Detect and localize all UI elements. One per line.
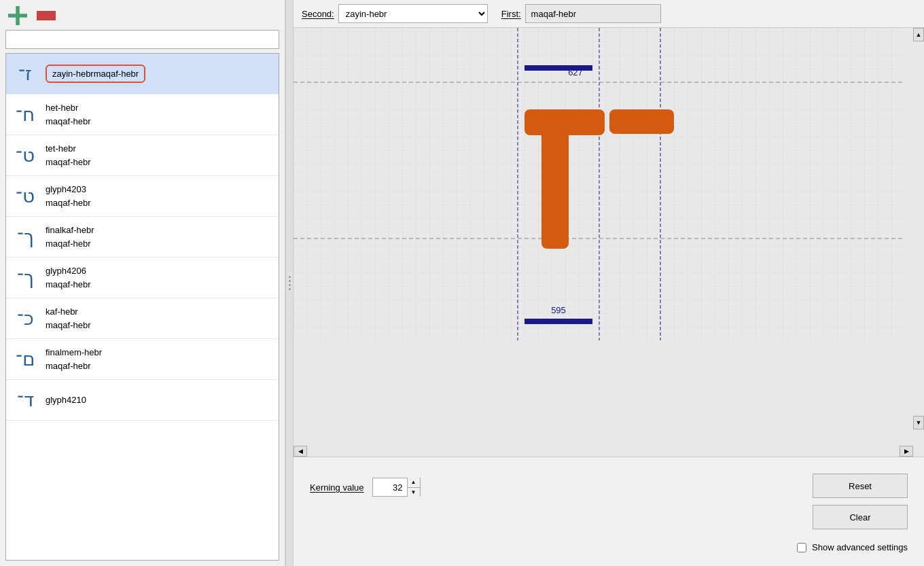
pair-name-1: finalmem-hebr [46,346,102,359]
svg-rect-9 [525,65,592,71]
first-field: First: [501,4,661,23]
glyph-preview: ד־ [12,389,39,411]
list-item[interactable]: ט־glyph4203maqaf-hebr [6,176,279,217]
glyph-preview: ח־ [12,103,39,126]
second-label: Second: [302,9,334,19]
pair-name-1: het-hebr [46,101,90,115]
kerning-label: Kerning value [310,482,364,493]
spin-down-button[interactable]: ▼ [408,487,420,497]
glyph-preview: כ־ [12,307,39,330]
list-item[interactable]: ט־tet-hebrmaqaf-hebr [6,135,279,176]
show-advanced-label: Show advanced settings [812,542,908,552]
show-advanced-checkbox[interactable] [797,543,806,552]
pair-name-2: maqaf-hebr [46,115,90,128]
toolbar [5,5,279,26]
pair-name-2: maqaf-hebr [94,69,139,79]
first-input[interactable] [525,4,661,23]
right-panel: Second: zayin-hebr First: [294,0,924,566]
action-buttons: Reset Clear [813,474,908,529]
scroll-down-button[interactable]: ▼ [913,416,924,429]
list-item[interactable]: ח־het-hebrmaqaf-hebr [6,94,279,135]
pair-names: finalmem-hebrmaqaf-hebr [46,346,102,372]
minus-icon [37,11,56,20]
svg-text:595: 595 [551,305,566,315]
kerning-section: Kerning value ▲ ▼ [310,478,421,497]
first-label: First: [501,9,521,19]
resize-dots [289,276,291,290]
pair-name-2: maqaf-hebr [46,278,90,291]
add-button[interactable] [5,5,30,26]
show-advanced-section: Show advanced settings [797,542,908,552]
pair-names: glyph4206maqaf-hebr [46,264,90,291]
list-item[interactable]: ך־finalkaf-hebrmaqaf-hebr [6,217,279,258]
pair-name-1: zayin-hebr [52,69,94,79]
glyph-preview: ז־ [12,63,39,85]
pair-name-2: maqaf-hebr [46,319,90,332]
pair-name-1: glyph4203 [46,183,90,196]
spin-up-button[interactable]: ▲ [408,478,420,487]
scroll-right-button[interactable]: ▶ [900,446,913,457]
svg-rect-2 [294,28,905,340]
scroll-left-button[interactable]: ◀ [294,446,307,457]
spin-buttons: ▲ ▼ [407,478,420,497]
second-label-text: Second: [302,9,334,19]
svg-rect-11 [525,319,592,324]
pair-names: glyph4203maqaf-hebr [46,183,90,209]
pair-names: tet-hebrmaqaf-hebr [46,142,90,169]
plus-icon [8,6,27,25]
pair-names: zayin-hebrmaqaf-hebr [46,65,145,84]
glyph-preview: ט־ [12,185,39,207]
left-panel: ז־zayin-hebrmaqaf-hebrח־het-hebrmaqaf-he… [0,0,285,566]
clear-button[interactable]: Clear [813,505,908,529]
glyph-canvas: 627 595 [294,28,905,340]
pair-list-container: ז־zayin-hebrmaqaf-hebrח־het-hebrmaqaf-he… [5,53,279,561]
remove-button[interactable] [34,5,58,26]
pair-name-2: maqaf-hebr [46,237,94,251]
svg-rect-12 [541,116,569,249]
pair-name-1: finalkaf-hebr [46,224,94,237]
pair-name-2: maqaf-hebr [46,359,102,373]
pair-names: finalkaf-hebrmaqaf-hebr [46,224,94,250]
glyph-preview: ם־ [12,348,39,370]
pair-names: glyph4210 [46,393,86,407]
header-row: Second: zayin-hebr First: [294,0,924,28]
pair-name-2: maqaf-hebr [46,156,90,169]
list-item[interactable]: ם־finalmem-hebrmaqaf-hebr [6,339,279,380]
svg-rect-14 [609,109,674,134]
list-item[interactable]: ז־zayin-hebrmaqaf-hebr [6,54,279,94]
glyph-preview: ט־ [12,144,39,166]
glyph-preview: ך־ [12,226,39,248]
canvas-scroll[interactable]: 627 595 [294,28,924,457]
list-item[interactable]: ד־glyph4210 [6,380,279,421]
pair-list: ז־zayin-hebrmaqaf-hebrח־het-hebrmaqaf-he… [6,54,279,560]
pair-name-1: kaf-hebr [46,305,90,319]
list-item[interactable]: כ־kaf-hebrmaqaf-hebr [6,298,279,339]
bottom-right: Reset Clear Show advanced settings [448,471,908,552]
pair-names: kaf-hebrmaqaf-hebr [46,305,90,332]
pair-name-1: tet-hebr [46,142,90,156]
pair-name-1: glyph4210 [46,393,86,407]
second-select[interactable]: zayin-hebr [338,4,488,23]
kerning-value-input[interactable] [373,478,407,496]
kerning-label-text: Kerning value [310,482,364,493]
pair-name-1: glyph4206 [46,264,90,278]
resize-handle[interactable] [285,0,294,566]
svg-rect-13 [525,109,605,135]
list-item[interactable]: ך־glyph4206maqaf-hebr [6,258,279,298]
selected-outline: zayin-hebrmaqaf-hebr [46,65,145,84]
search-input[interactable] [5,30,279,49]
scroll-up-button[interactable]: ▲ [913,28,924,41]
bottom-controls: Kerning value ▲ ▼ Reset Clear Sho [294,457,924,566]
glyph-preview: ך־ [12,266,39,289]
reset-button[interactable]: Reset [813,474,908,498]
canvas-area: 627 595 ▲ [294,28,924,457]
pair-name-2: maqaf-hebr [46,196,90,210]
kerning-input-wrap: ▲ ▼ [372,478,421,497]
second-dropdown: Second: zayin-hebr [302,4,488,23]
pair-names: het-hebrmaqaf-hebr [46,101,90,128]
